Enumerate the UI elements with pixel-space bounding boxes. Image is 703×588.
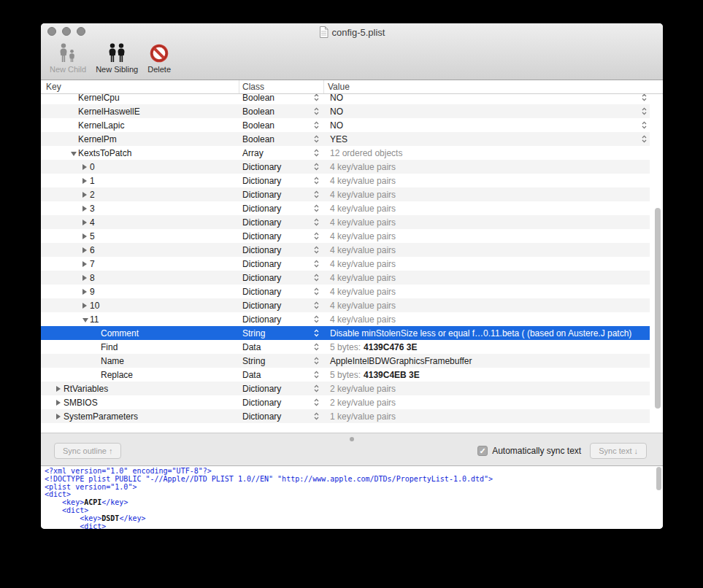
- delete-button[interactable]: Delete: [147, 42, 171, 74]
- outline-row-kernelpm[interactable]: KernelPmBooleanYES: [41, 132, 650, 146]
- disclosure-triangle-icon[interactable]: [56, 386, 64, 392]
- class-stepper-icon[interactable]: [314, 177, 319, 185]
- outline-row-3[interactable]: 3Dictionary4 key/value pairs: [41, 201, 650, 215]
- value-stepper-icon[interactable]: [642, 94, 648, 101]
- outline-row-1[interactable]: 1Dictionary4 key/value pairs: [41, 174, 650, 187]
- class-stepper-icon[interactable]: [314, 287, 319, 295]
- outline-row-4[interactable]: 4Dictionary4 key/value pairs: [41, 215, 650, 229]
- class-stepper-icon[interactable]: [314, 343, 319, 351]
- disclosure-triangle-icon[interactable]: [82, 303, 90, 309]
- column-header-class[interactable]: Class: [239, 80, 324, 93]
- key-cell: 7: [41, 259, 239, 269]
- class-stepper-icon[interactable]: [314, 218, 319, 226]
- disclosure-triangle-icon[interactable]: [82, 164, 90, 170]
- outline-scrollbar-thumb[interactable]: [655, 208, 661, 409]
- class-stepper-icon[interactable]: [314, 315, 319, 323]
- outline-row-comment[interactable]: CommentStringDisable minStolenSize less …: [41, 326, 650, 340]
- outline-row-2[interactable]: 2Dictionary4 key/value pairs: [41, 187, 650, 201]
- outline-row-kextstopatch[interactable]: KextsToPatchArray12 ordered objects: [41, 146, 650, 160]
- auto-sync-checkbox[interactable]: ✓: [477, 446, 488, 456]
- class-stepper-icon[interactable]: [314, 412, 319, 420]
- key-label: 1: [90, 176, 95, 186]
- sync-text-button[interactable]: Sync text ↓: [590, 443, 647, 459]
- xml-text-view[interactable]: <?xml version="1.0" encoding="UTF-8"?><!…: [41, 465, 663, 529]
- disclosure-triangle-icon[interactable]: [82, 289, 90, 295]
- class-stepper-icon[interactable]: [314, 398, 319, 406]
- key-label: KextsToPatch: [78, 148, 131, 158]
- column-header-value[interactable]: Value: [324, 80, 663, 93]
- class-stepper-icon[interactable]: [314, 149, 319, 157]
- disclosure-triangle-icon[interactable]: [56, 414, 64, 419]
- outline-rows: KernelCpuBooleanNOKernelHaswellEBooleanN…: [41, 94, 650, 423]
- class-stepper-icon[interactable]: [314, 190, 319, 198]
- titlebar[interactable]: config-5.plist: [41, 23, 663, 39]
- outline-row-5[interactable]: 5Dictionary4 key/value pairs: [41, 229, 650, 243]
- outline-row-rtvariables[interactable]: RtVariablesDictionary2 key/value pairs: [41, 382, 650, 395]
- disclosure-triangle-icon[interactable]: [82, 275, 90, 281]
- outline-row-kernelhaswelle[interactable]: KernelHaswellEBooleanNO: [41, 104, 650, 118]
- class-cell: Boolean: [239, 94, 324, 103]
- outline-row-find[interactable]: FindData5 bytes:4139C476 3E: [41, 340, 650, 354]
- outline-row-name[interactable]: NameStringAppleIntelBDWGraphicsFramebuff…: [41, 354, 650, 368]
- value-cell: YES: [324, 134, 650, 144]
- class-stepper-icon[interactable]: [314, 135, 319, 143]
- disclosure-triangle-icon[interactable]: [82, 220, 90, 225]
- class-stepper-icon[interactable]: [314, 329, 319, 337]
- class-stepper-icon[interactable]: [314, 232, 319, 240]
- outline-row-6[interactable]: 6Dictionary4 key/value pairs: [41, 243, 650, 257]
- disclosure-triangle-icon[interactable]: [82, 261, 90, 267]
- class-stepper-icon[interactable]: [314, 246, 319, 254]
- value-stepper-icon[interactable]: [642, 107, 648, 115]
- disclosure-triangle-icon[interactable]: [82, 206, 90, 212]
- class-stepper-icon[interactable]: [314, 121, 319, 129]
- class-stepper-icon[interactable]: [314, 94, 319, 101]
- class-stepper-icon[interactable]: [314, 107, 319, 115]
- class-stepper-icon[interactable]: [314, 371, 319, 379]
- outline-row-11[interactable]: 11Dictionary4 key/value pairs: [41, 312, 650, 326]
- outline-row-kernelcpu[interactable]: KernelCpuBooleanNO: [41, 94, 650, 104]
- class-cell: Dictionary: [239, 190, 324, 200]
- outline-row-kernellapic[interactable]: KernelLapicBooleanNO: [41, 118, 650, 132]
- class-stepper-icon[interactable]: [314, 301, 319, 309]
- value-cell: 4 key/value pairs: [324, 190, 650, 200]
- key-label: 0: [90, 162, 95, 172]
- new-sibling-button[interactable]: New Sibling: [96, 42, 138, 74]
- outline-row-9[interactable]: 9Dictionary4 key/value pairs: [41, 285, 650, 298]
- disclosure-triangle-icon[interactable]: [82, 192, 90, 198]
- value-summary: 4 key/value pairs: [330, 301, 396, 311]
- class-cell: Dictionary: [239, 217, 324, 228]
- key-cell: 0: [41, 162, 239, 172]
- value-stepper-icon[interactable]: [642, 121, 648, 129]
- sync-outline-button[interactable]: Sync outline ↑: [54, 443, 121, 459]
- outline-row-0[interactable]: 0Dictionary4 key/value pairs: [41, 160, 650, 174]
- outline-row-smbios[interactable]: SMBIOSDictionary2 key/value pairs: [41, 395, 650, 409]
- key-label: KernelCpu: [78, 94, 120, 103]
- value-stepper-icon[interactable]: [642, 135, 648, 143]
- value-text: NO: [330, 107, 343, 117]
- disclosure-triangle-icon[interactable]: [56, 400, 64, 406]
- class-stepper-icon[interactable]: [314, 204, 319, 212]
- class-stepper-icon[interactable]: [314, 384, 319, 392]
- outline-row-replace[interactable]: ReplaceData5 bytes:4139C4EB 3E: [41, 368, 650, 382]
- textview-scrollbar-thumb[interactable]: [656, 467, 661, 490]
- disclosure-triangle-icon[interactable]: [82, 233, 90, 239]
- disclosure-triangle-icon[interactable]: [82, 178, 90, 184]
- outline-row-10[interactable]: 10Dictionary4 key/value pairs: [41, 298, 650, 312]
- splitter-handle-icon[interactable]: [350, 437, 354, 441]
- value-cell: 4 key/value pairs: [324, 259, 650, 269]
- new-child-button[interactable]: New Child: [50, 42, 86, 74]
- class-stepper-icon[interactable]: [314, 274, 319, 282]
- class-stepper-icon[interactable]: [314, 357, 319, 365]
- class-stepper-icon[interactable]: [314, 260, 319, 268]
- column-header-key[interactable]: Key: [41, 80, 239, 93]
- class-label: Dictionary: [242, 190, 281, 200]
- disclosure-triangle-icon[interactable]: [82, 317, 90, 322]
- class-cell: Data: [239, 342, 324, 352]
- class-stepper-icon[interactable]: [314, 163, 319, 171]
- outline-row-7[interactable]: 7Dictionary4 key/value pairs: [41, 257, 650, 271]
- outline-row-systemparameters[interactable]: SystemParametersDictionary1 key/value pa…: [41, 409, 650, 423]
- outline-row-8[interactable]: 8Dictionary4 key/value pairs: [41, 271, 650, 285]
- disclosure-triangle-icon[interactable]: [82, 247, 90, 253]
- outline-header: Key Class Value: [41, 80, 663, 94]
- disclosure-triangle-icon[interactable]: [71, 150, 78, 156]
